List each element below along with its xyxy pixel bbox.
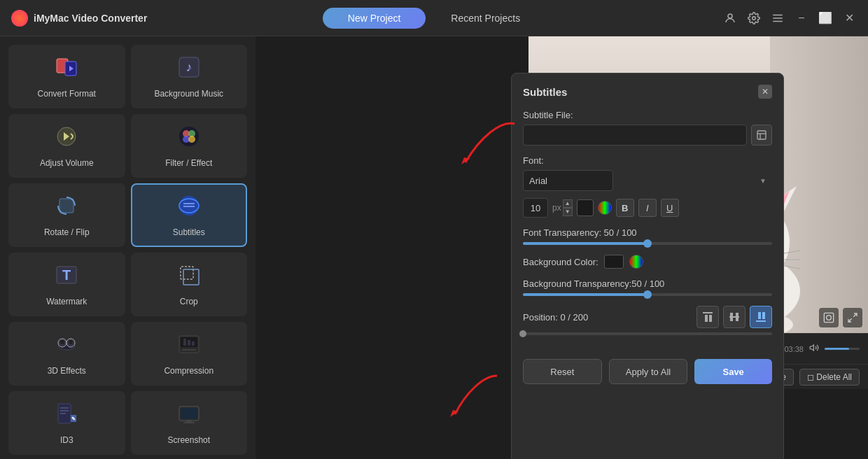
font-color-picker[interactable] (598, 201, 612, 215)
bold-button[interactable]: B (616, 199, 634, 217)
font-transparency-thumb[interactable] (643, 239, 652, 248)
apply-to-all-button[interactable]: Apply to All (609, 359, 688, 384)
align-bottom-button[interactable] (750, 306, 772, 328)
bg-transparency-slider-row (523, 293, 772, 296)
svg-point-28 (69, 340, 73, 344)
font-select-wrapper: Arial Times New Roman Helvetica Courier … (523, 170, 772, 191)
watermark-icon: T (54, 262, 79, 291)
reset-button[interactable]: Reset (523, 359, 602, 384)
bg-transparency-thumb[interactable] (643, 290, 652, 299)
sidebar-item-id3[interactable]: ✎ ID3 (8, 391, 125, 455)
sidebar-item-adjust-volume[interactable]: Adjust Volume (8, 114, 125, 178)
bg-transparency-fill (523, 293, 648, 296)
svg-rect-48 (705, 315, 708, 322)
align-center-button[interactable] (723, 306, 746, 328)
underline-button[interactable]: U (661, 199, 679, 217)
sidebar-item-screenshot[interactable]: Screenshot (131, 391, 248, 455)
fullscreen-button[interactable] (843, 308, 862, 327)
recent-projects-tab[interactable]: Recent Projects (426, 8, 545, 29)
new-project-tab[interactable]: New Project (323, 8, 426, 29)
sidebar-item-rotate-flip[interactable]: Rotate / Flip (8, 183, 125, 247)
filter-effect-icon (176, 124, 202, 153)
italic-button[interactable]: I (638, 199, 657, 217)
background-music-label: Background Music (154, 89, 223, 99)
volume-bar[interactable] (825, 348, 860, 350)
bg-color-black-swatch[interactable] (604, 255, 624, 269)
settings-icon[interactable] (746, 10, 762, 26)
minimize-button[interactable]: − (794, 10, 809, 26)
sidebar: Convert Format ♪ Background Music Adjust… (0, 36, 255, 459)
screenshot-label: Screenshot (167, 435, 210, 445)
font-size-up[interactable]: ▲ (563, 199, 573, 208)
save-button[interactable]: Save (694, 359, 772, 384)
svg-rect-44 (757, 131, 766, 139)
sidebar-item-background-music[interactable]: ♪ Background Music (131, 45, 248, 108)
svg-point-14 (188, 136, 195, 143)
font-size-input[interactable]: 10 (523, 198, 548, 218)
bg-color-picker[interactable] (629, 255, 643, 269)
background-music-icon: ♪ (176, 55, 202, 83)
svg-rect-42 (186, 420, 192, 422)
dialog-close-button[interactable]: ✕ (758, 85, 772, 99)
sidebar-item-compression[interactable]: Compression (131, 322, 248, 386)
sidebar-item-filter-effect[interactable]: Filter / Effect (131, 114, 248, 178)
compression-label: Compression (164, 366, 214, 376)
subtitles-icon (176, 193, 202, 222)
svg-point-1 (752, 16, 756, 20)
subtitle-file-row (523, 125, 772, 146)
convert-format-label: Convert Format (38, 89, 96, 99)
convert-format-icon (54, 55, 79, 83)
bg-color-label: Background Color: (523, 257, 598, 267)
svg-rect-52 (736, 313, 738, 321)
sidebar-item-crop[interactable]: Crop (131, 253, 248, 316)
id3-icon: ✎ (54, 401, 79, 430)
position-buttons (696, 306, 772, 328)
sidebar-item-convert-format[interactable]: Convert Format (8, 45, 125, 108)
user-icon[interactable] (722, 10, 738, 26)
subtitle-file-input[interactable] (523, 125, 747, 146)
font-label: Font: (523, 155, 772, 166)
bg-transparency-track[interactable] (523, 293, 772, 296)
px-label: px (552, 203, 561, 213)
close-button[interactable]: ✕ (841, 10, 857, 26)
sidebar-item-subtitles[interactable]: Subtitles (131, 183, 248, 247)
volume-fill (825, 348, 849, 350)
font-select[interactable]: Arial Times New Roman Helvetica Courier … (523, 170, 613, 191)
svg-point-0 (728, 14, 732, 18)
svg-rect-32 (183, 339, 186, 346)
header: iMyMac Video Converter New Project Recen… (0, 0, 868, 36)
delete-all-button[interactable]: ◻ Delete All (799, 369, 860, 386)
dialog-header: Subtitles ✕ (523, 85, 772, 99)
font-size-down[interactable]: ▼ (563, 208, 573, 216)
bg-color-row: Background Color: (523, 255, 772, 269)
screenshot-preview-button[interactable] (819, 308, 839, 327)
svg-text:✎: ✎ (71, 416, 76, 421)
filter-effect-label: Filter / Effect (165, 158, 212, 168)
font-controls-row: 10 px ▲ ▼ B I U (523, 198, 772, 218)
svg-rect-53 (756, 320, 766, 322)
svg-point-10 (179, 127, 199, 146)
sidebar-item-watermark[interactable]: T Watermark (8, 253, 125, 316)
maximize-button[interactable]: ⬜ (818, 10, 833, 26)
font-transparency-slider-row (523, 242, 772, 245)
font-transparency-track[interactable] (523, 242, 772, 245)
arrow-spacer (523, 346, 772, 353)
svg-rect-23 (183, 269, 199, 285)
rotate-flip-label: Rotate / Flip (44, 227, 90, 237)
svg-marker-57 (450, 410, 458, 417)
adjust-volume-icon (54, 124, 79, 153)
watermark-label: Watermark (46, 297, 87, 306)
screenshot-icon (176, 401, 202, 430)
align-top-button[interactable] (696, 306, 719, 328)
sidebar-item-3d-effects[interactable]: 3D Effects (8, 322, 125, 386)
svg-rect-51 (730, 313, 733, 321)
font-color-black-swatch[interactable] (577, 199, 594, 216)
dialog-footer: Reset Apply to All Save (523, 359, 772, 384)
svg-text:♪: ♪ (186, 60, 192, 74)
svg-rect-15 (59, 199, 74, 213)
position-thumb[interactable] (519, 330, 526, 337)
position-slider-track[interactable] (523, 332, 772, 335)
menu-icon[interactable] (770, 10, 785, 26)
svg-rect-22 (181, 267, 193, 279)
subtitle-browse-button[interactable] (751, 125, 772, 146)
